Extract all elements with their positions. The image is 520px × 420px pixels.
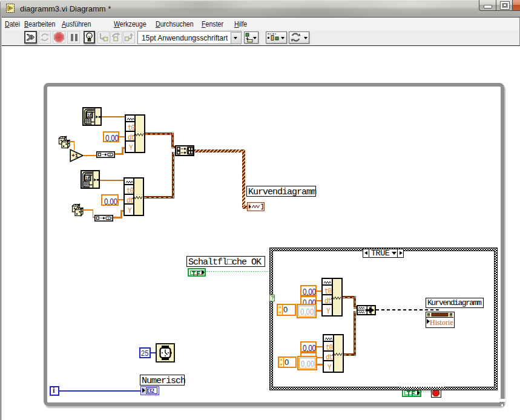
svg-text:+1: +1 (71, 152, 79, 159)
